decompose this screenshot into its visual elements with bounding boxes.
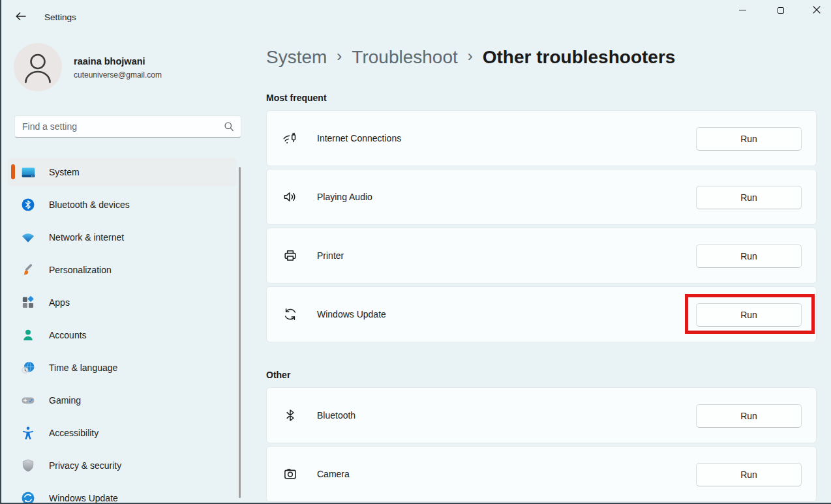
window-left-edge bbox=[0, 0, 1, 504]
sidebar-item-label: Apps bbox=[49, 297, 70, 308]
bluetooth-row-icon bbox=[282, 407, 299, 424]
troubleshooter-row-playing-audio: Playing AudioRun bbox=[266, 169, 817, 225]
sidebar-item-personalization[interactable]: Personalization bbox=[8, 256, 236, 284]
troubleshooter-row-windows-update: Windows UpdateRun bbox=[266, 286, 817, 342]
sidebar-item-time-language[interactable]: Time & language bbox=[8, 353, 236, 382]
chevron-right-icon: › bbox=[468, 47, 473, 65]
network-icon bbox=[20, 230, 36, 245]
main-content: System › Troubleshoot › Other troublesho… bbox=[266, 0, 817, 504]
sidebar-item-apps[interactable]: Apps bbox=[8, 288, 236, 317]
sidebar-item-label: Personalization bbox=[49, 265, 112, 275]
search-input[interactable] bbox=[14, 115, 241, 138]
section-heading: Most frequent bbox=[266, 92, 817, 104]
sidebar-item-windows-update[interactable]: Windows Update bbox=[8, 484, 236, 504]
sidebar-item-label: Privacy & security bbox=[49, 460, 121, 471]
breadcrumb-troubleshoot[interactable]: Troubleshoot bbox=[352, 47, 457, 68]
sidebar-item-privacy-security[interactable]: Privacy & security bbox=[8, 451, 236, 480]
sidebar-item-accessibility[interactable]: Accessibility bbox=[8, 419, 236, 447]
troubleshooter-row-internet-connections: Internet ConnectionsRun bbox=[266, 110, 817, 166]
breadcrumb: System › Troubleshoot › Other troublesho… bbox=[266, 46, 817, 69]
back-arrow-icon bbox=[14, 10, 27, 25]
search-box bbox=[14, 115, 241, 138]
sidebar-item-bluetooth-devices[interactable]: Bluetooth & devices bbox=[8, 190, 236, 219]
troubleshooter-label: Bluetooth bbox=[317, 410, 355, 421]
section-most-frequent: Most frequentInternet ConnectionsRunPlay… bbox=[266, 92, 817, 342]
troubleshooter-label: Windows Update bbox=[317, 309, 386, 319]
internet-connections-icon bbox=[282, 130, 299, 147]
troubleshooter-sections: Most frequentInternet ConnectionsRunPlay… bbox=[266, 92, 817, 502]
breadcrumb-current-page: Other troubleshooters bbox=[483, 47, 676, 68]
sidebar-item-label: Windows Update bbox=[49, 493, 118, 503]
sidebar-scrollbar[interactable] bbox=[239, 167, 241, 498]
sidebar-nav: SystemBluetooth & devicesNetwork & inter… bbox=[8, 158, 236, 504]
apps-icon bbox=[20, 295, 36, 310]
time-language-icon bbox=[20, 360, 36, 376]
windows-update-nav-icon bbox=[20, 490, 36, 504]
breadcrumb-system[interactable]: System bbox=[266, 47, 327, 68]
gaming-icon bbox=[20, 393, 36, 408]
sidebar-item-network-internet[interactable]: Network & internet bbox=[8, 223, 236, 252]
system-icon bbox=[20, 164, 36, 180]
accounts-icon bbox=[20, 327, 36, 343]
personalization-icon bbox=[20, 262, 36, 278]
troubleshooter-label: Camera bbox=[317, 469, 350, 479]
sidebar-item-label: Time & language bbox=[49, 363, 117, 373]
run-button-camera[interactable]: Run bbox=[696, 463, 802, 486]
accessibility-icon bbox=[20, 425, 36, 441]
settings-window: Settings raaina bhojwani cuteuniverse@gm… bbox=[0, 0, 831, 504]
troubleshooter-label: Internet Connections bbox=[317, 133, 401, 143]
troubleshooter-label: Printer bbox=[317, 250, 344, 261]
troubleshooter-row-bluetooth: BluetoothRun bbox=[266, 387, 817, 443]
run-button-printer[interactable]: Run bbox=[696, 245, 802, 268]
back-button[interactable] bbox=[12, 9, 30, 26]
section-heading: Other bbox=[266, 369, 817, 381]
troubleshooter-row-camera: CameraRun bbox=[266, 446, 817, 502]
privacy-security-icon bbox=[20, 458, 36, 473]
sidebar-item-system[interactable]: System bbox=[8, 158, 236, 186]
sidebar-item-label: Accessibility bbox=[49, 428, 98, 438]
run-button-windows-update[interactable]: Run bbox=[696, 303, 802, 327]
sidebar-item-label: Network & internet bbox=[49, 232, 124, 243]
sidebar-item-accounts[interactable]: Accounts bbox=[8, 321, 236, 349]
sidebar-item-label: System bbox=[49, 167, 80, 177]
playing-audio-icon bbox=[282, 188, 299, 205]
sidebar-item-gaming[interactable]: Gaming bbox=[8, 386, 236, 415]
sidebar-item-label: Bluetooth & devices bbox=[49, 200, 130, 210]
windows-update-row-icon bbox=[282, 306, 299, 323]
selected-indicator bbox=[11, 164, 15, 179]
avatar[interactable] bbox=[14, 43, 62, 91]
run-button-internet-connections[interactable]: Run bbox=[696, 127, 802, 151]
profile-name: raaina bhojwani bbox=[74, 56, 145, 67]
profile-email: cuteuniverse@gmail.com bbox=[74, 70, 162, 80]
run-button-bluetooth[interactable]: Run bbox=[696, 404, 802, 428]
camera-icon bbox=[282, 466, 299, 482]
app-title: Settings bbox=[44, 12, 76, 22]
bluetooth-devices-icon bbox=[20, 197, 36, 213]
run-button-playing-audio[interactable]: Run bbox=[696, 186, 802, 209]
chevron-right-icon: › bbox=[337, 47, 342, 65]
troubleshooter-row-printer: PrinterRun bbox=[266, 228, 817, 284]
troubleshooter-label: Playing Audio bbox=[317, 192, 372, 202]
sidebar-item-label: Gaming bbox=[49, 395, 81, 406]
sidebar-item-label: Accounts bbox=[49, 330, 87, 340]
printer-icon bbox=[282, 247, 299, 264]
section-other: OtherBluetoothRunCameraRun bbox=[266, 369, 817, 502]
